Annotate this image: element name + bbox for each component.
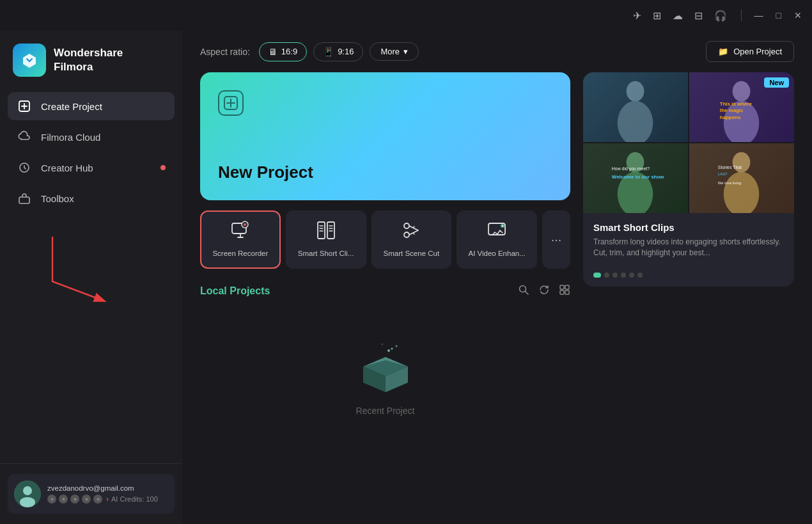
logo-icon [13,44,46,77]
more-tools-icon: ··· [551,232,562,247]
screen-recorder-label: Screen Recorder [212,249,268,258]
grid-icon[interactable]: ⊞ [653,10,661,22]
local-projects-title: Local Projects [200,285,270,297]
promo-description: Transform long videos into engaging shor… [593,237,784,258]
user-card[interactable]: zvezdanodrvo@gmail.com ★ ★ ★ ★ ★ › AI Cr… [8,474,175,514]
svg-text:LAST: LAST [718,172,728,176]
sidebar-item-toolbox[interactable]: Toolbox [8,184,175,212]
top-bar: Aspect ratio: 🖥 16:9 📱 9:16 More ▾ 📁 Ope… [182,31,812,72]
left-panel: New Project Screen Record [200,72,570,441]
promo-image-3: Welcome to our show How did you meet? [583,143,688,213]
creator-hub-label: Creator Hub [41,163,93,173]
promo-image-1 [583,72,688,142]
window-controls: — □ ✕ [754,10,802,20]
cloud-icon[interactable]: ☁ [673,10,683,22]
chevron-down-icon: ▾ [403,47,408,56]
new-project-plus-icon [218,90,244,116]
maximize-button[interactable]: □ [776,10,781,20]
svg-point-29 [627,81,644,102]
svg-point-27 [395,345,397,347]
credit-star-5: ★ [93,495,102,504]
sidebar-item-create-project[interactable]: Create Project [8,92,175,120]
credit-star-3: ★ [70,495,79,504]
promo-dot-2[interactable] [604,273,609,278]
user-email: zvezdanodrvo@gmail.com [47,484,168,492]
new-project-title: New Project [218,163,552,182]
smart-short-clips-tool[interactable]: Smart Short Cli... [286,210,366,269]
filmora-cloud-icon [17,131,32,143]
credit-star-1: ★ [47,495,56,504]
smart-scene-cut-tool[interactable]: Smart Scene Cut [371,210,452,269]
title-bar-divider [741,10,742,21]
smart-scene-cut-label: Smart Scene Cut [384,249,440,258]
svg-point-32 [724,101,759,142]
creator-hub-notification-dot [160,165,166,170]
svg-point-28 [382,344,383,345]
refresh-icon[interactable] [538,284,550,299]
local-projects-header: Local Projects [200,284,570,299]
svg-point-13 [404,223,409,228]
send-icon[interactable]: ✈ [633,10,641,22]
more-aspect-button[interactable]: More ▾ [370,42,419,61]
main-layout: Wondershare Filmora Create Project [0,31,812,524]
promo-images-grid: New This is where the magic happens [583,72,794,213]
search-icon[interactable] [518,284,529,299]
new-badge: New [764,77,789,88]
apps-icon[interactable]: ⊟ [694,10,703,22]
screen-recorder-tool[interactable]: Screen Recorder [200,210,281,269]
credit-star-4: ★ [82,495,91,504]
promo-dot-4[interactable] [621,273,626,278]
svg-point-6 [20,497,35,507]
close-button[interactable]: ✕ [794,10,802,20]
quick-tools: Screen Recorder Smart Short Cli... [200,210,570,269]
svg-rect-12 [327,222,334,239]
new-project-card[interactable]: New Project [200,72,570,200]
toolbox-label: Toolbox [41,193,74,204]
svg-rect-20 [560,290,564,294]
more-tools-button[interactable]: ··· [542,210,570,269]
monitor-icon: 🖥 [269,47,277,57]
app-name: Wondershare Filmora [54,46,123,74]
minimize-button[interactable]: — [754,10,763,20]
empty-box-illustration [350,335,421,395]
svg-rect-11 [318,222,325,239]
svg-point-14 [404,232,409,237]
avatar [14,480,41,507]
open-project-button[interactable]: 📁 Open Project [706,41,794,62]
aspect-16-9-button[interactable]: 🖥 16:9 [259,42,307,61]
promo-content: Smart Short Clips Transform long videos … [583,213,794,267]
promo-dot-1[interactable] [593,273,601,278]
svg-text:happens: happens [720,115,741,120]
empty-state: Recent Project [200,309,570,441]
grid-view-icon[interactable] [559,284,570,299]
promo-image-2: New This is where the magic happens [689,72,794,142]
promo-dot-5[interactable] [629,273,634,278]
svg-text:Welcome to our show: Welcome to our show [612,174,664,180]
local-projects-actions [518,284,570,299]
title-bar: ✈ ⊞ ☁ ⊟ 🎧 — □ ✕ [0,0,812,31]
promo-dot-6[interactable] [637,273,643,278]
screen-recorder-icon [231,221,250,244]
promo-dots [583,267,794,287]
svg-point-41 [724,172,759,213]
creator-hub-icon [17,161,32,174]
more-label: More [380,47,400,56]
folder-icon: 📁 [718,47,728,56]
svg-text:This is where: This is where [720,101,753,107]
smart-short-clips-icon [316,221,336,244]
sidebar-nav: Create Project Filmora Cloud Creato [0,92,182,463]
promo-dot-3[interactable] [613,273,618,278]
phone-icon: 📱 [323,47,334,57]
aspect-9-16-button[interactable]: 📱 9:16 [313,42,363,61]
ai-video-enhance-tool[interactable]: AI Video Enhan... [457,210,537,269]
aspect-ratio-group: Aspect ratio: 🖥 16:9 📱 9:16 More ▾ [200,42,419,61]
svg-rect-19 [565,285,569,289]
ai-video-enhance-icon [487,221,506,244]
sidebar-item-filmora-cloud[interactable]: Filmora Cloud [8,123,175,151]
svg-point-26 [387,349,390,352]
svg-rect-21 [565,290,569,294]
headset-icon[interactable]: 🎧 [714,10,727,22]
promo-title: Smart Short Clips [593,222,784,233]
sidebar-item-creator-hub[interactable]: Creator Hub [8,154,175,182]
svg-point-10 [244,223,246,226]
